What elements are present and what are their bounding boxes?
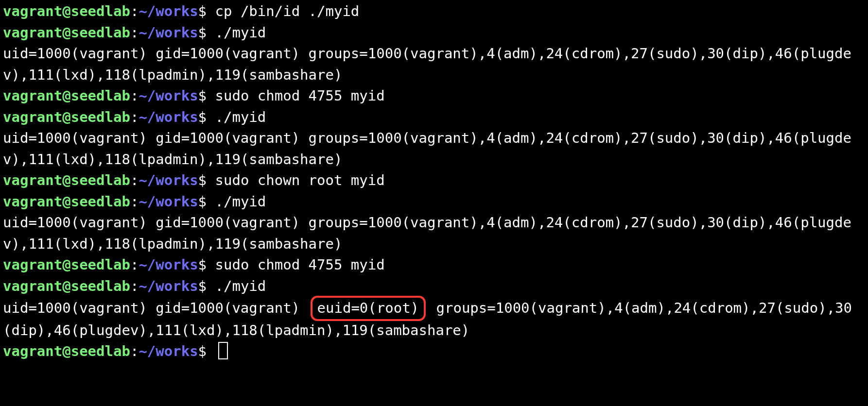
terminal-line: uid=1000(vagrant) gid=1000(vagrant) euid…	[3, 297, 865, 341]
terminal-line: vagrant@seedlab:~/works$ ./myid	[3, 191, 865, 213]
command-text: sudo chown root myid	[215, 172, 385, 188]
terminal-line: uid=1000(vagrant) gid=1000(vagrant) grou…	[3, 128, 865, 170]
prompt-colon: :	[130, 343, 139, 359]
prompt-dollar: $	[198, 109, 215, 125]
prompt-path: ~/works	[139, 87, 198, 104]
command-text: ./myid	[215, 193, 266, 210]
prompt-dollar: $	[198, 87, 215, 104]
terminal-line: vagrant@seedlab:~/works$ ./myid	[3, 276, 865, 297]
command-text: sudo chmod 4755 myid	[215, 87, 385, 104]
prompt-path: ~/works	[139, 24, 198, 41]
prompt-path: ~/works	[139, 3, 198, 19]
cursor-icon	[218, 342, 228, 359]
prompt-dollar: $	[198, 343, 215, 359]
prompt-user-host: vagrant@seedlab	[3, 256, 130, 273]
prompt-path: ~/works	[139, 172, 198, 188]
prompt-colon: :	[130, 24, 139, 41]
highlight-euid: euid=0(root)	[311, 296, 426, 321]
prompt-path: ~/works	[139, 193, 198, 210]
prompt-path: ~/works	[139, 278, 198, 294]
command-text: sudo chmod 4755 myid	[215, 256, 385, 273]
terminal-line: vagrant@seedlab:~/works$ ./myid	[3, 107, 865, 128]
terminal[interactable]: vagrant@seedlab:~/works$ cp /bin/id ./my…	[0, 0, 868, 362]
prompt-user-host: vagrant@seedlab	[3, 343, 130, 359]
prompt-dollar: $	[198, 24, 215, 41]
prompt-user-host: vagrant@seedlab	[3, 24, 130, 41]
prompt-user-host: vagrant@seedlab	[3, 193, 130, 210]
prompt-user-host: vagrant@seedlab	[3, 3, 130, 19]
terminal-line: vagrant@seedlab:~/works$ sudo chown root…	[3, 170, 865, 191]
prompt-path: ~/works	[139, 343, 198, 359]
prompt-dollar: $	[198, 172, 215, 188]
command-text: cp /bin/id ./myid	[215, 3, 360, 19]
command-text: ./myid	[215, 24, 266, 41]
prompt-path: ~/works	[139, 109, 198, 125]
terminal-line: vagrant@seedlab:~/works$ ./myid	[3, 22, 865, 44]
prompt-colon: :	[130, 109, 139, 125]
prompt-colon: :	[130, 278, 139, 294]
prompt-colon: :	[130, 256, 139, 273]
prompt-colon: :	[130, 3, 139, 19]
prompt-colon: :	[130, 172, 139, 188]
command-text: ./myid	[215, 278, 266, 294]
terminal-line: vagrant@seedlab:~/works$ sudo chmod 4755…	[3, 85, 865, 107]
prompt-user-host: vagrant@seedlab	[3, 87, 130, 104]
output-text: uid=1000(vagrant) gid=1000(vagrant) grou…	[3, 45, 851, 83]
prompt-colon: :	[130, 87, 139, 104]
output-text: uid=1000(vagrant) gid=1000(vagrant) grou…	[3, 130, 851, 168]
prompt-user-host: vagrant@seedlab	[3, 172, 130, 188]
command-text: ./myid	[215, 109, 266, 125]
prompt-dollar: $	[198, 3, 215, 19]
prompt-path: ~/works	[139, 256, 198, 273]
prompt-colon: :	[130, 193, 139, 210]
terminal-line: vagrant@seedlab:~/works$ sudo chmod 4755…	[3, 254, 865, 276]
prompt-dollar: $	[198, 256, 215, 273]
prompt-dollar: $	[198, 193, 215, 210]
prompt-dollar: $	[198, 278, 215, 294]
prompt-user-host: vagrant@seedlab	[3, 278, 130, 294]
output-text: uid=1000(vagrant) gid=1000(vagrant) grou…	[3, 214, 851, 252]
output-text: uid=1000(vagrant) gid=1000(vagrant)	[3, 300, 309, 316]
terminal-line: vagrant@seedlab:~/works$	[3, 341, 865, 362]
terminal-line: uid=1000(vagrant) gid=1000(vagrant) grou…	[3, 43, 865, 85]
terminal-line: uid=1000(vagrant) gid=1000(vagrant) grou…	[3, 212, 865, 254]
prompt-user-host: vagrant@seedlab	[3, 109, 130, 125]
terminal-line: vagrant@seedlab:~/works$ cp /bin/id ./my…	[3, 1, 865, 22]
